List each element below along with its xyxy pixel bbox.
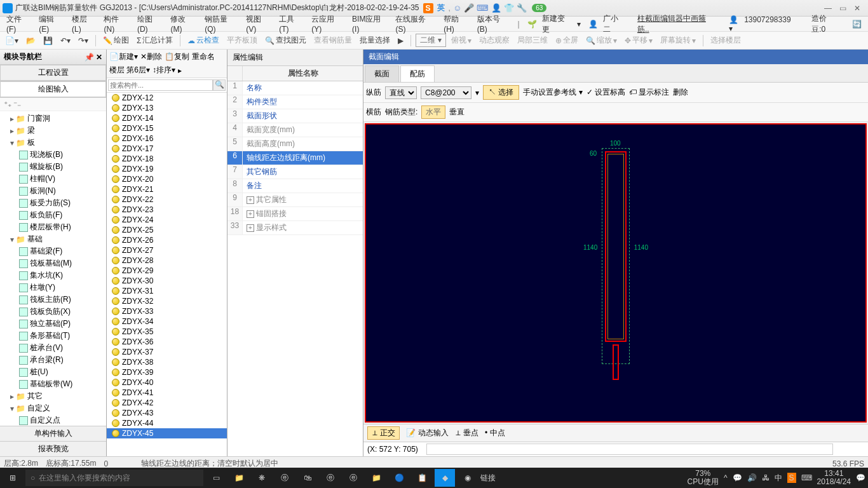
component-item[interactable]: ZDYX-41: [107, 388, 227, 398]
tree-item[interactable]: 板负筋(F): [1, 209, 105, 221]
line-type-select[interactable]: 直线: [385, 86, 417, 99]
more-icon[interactable]: ▸: [178, 66, 182, 75]
start-button[interactable]: ⊞: [3, 469, 23, 487]
tree-item[interactable]: ▾ 📁 自定义: [1, 402, 105, 414]
property-row[interactable]: 3截面形状: [227, 109, 363, 123]
select-floor-button[interactable]: 选择楼层: [708, 34, 743, 47]
menu-tool[interactable]: 工具(T): [275, 13, 308, 35]
component-item[interactable]: ZDYX-34: [107, 316, 227, 327]
pan-button[interactable]: ✥ 平移 ▾: [622, 34, 655, 47]
component-item[interactable]: ZDYX-24: [107, 215, 227, 225]
app-icon-6[interactable]: ◉: [458, 469, 478, 487]
tree-item[interactable]: 基础梁(F): [1, 245, 105, 257]
draw-button[interactable]: ✏️ 绘图: [100, 34, 132, 47]
component-item[interactable]: ZDYX-44: [107, 418, 227, 428]
tree-item[interactable]: 承台梁(R): [1, 354, 105, 366]
refresh-icon[interactable]: 🔄: [848, 18, 865, 30]
zoom-button[interactable]: 🔍 缩放 ▾: [583, 34, 620, 47]
tree-item[interactable]: 基础板带(W): [1, 378, 105, 390]
ie-icon[interactable]: ⓔ: [343, 469, 363, 487]
redo-icon[interactable]: ↷▾: [76, 35, 91, 46]
save-icon[interactable]: 💾: [41, 35, 55, 46]
component-item[interactable]: ZDYX-33: [107, 306, 227, 316]
tree-item[interactable]: 自定义点: [1, 414, 105, 426]
property-row[interactable]: 2构件类型: [227, 95, 363, 109]
tree-item[interactable]: 集水坑(K): [1, 269, 105, 281]
tab-rebar[interactable]: 配筋: [400, 65, 435, 82]
component-item[interactable]: ZDYX-35: [107, 327, 227, 337]
tray-vol-icon[interactable]: 🔊: [747, 473, 757, 482]
app-icon-3[interactable]: 🔵: [389, 469, 409, 487]
canvas[interactable]: 100 60 1140 1140: [365, 123, 867, 423]
tree-item[interactable]: 板受力筋(S): [1, 197, 105, 209]
tree-item[interactable]: 螺旋板(B): [1, 161, 105, 173]
cloud-check-button[interactable]: ☁ 云检查: [185, 34, 222, 47]
property-row[interactable]: 9+其它属性: [227, 193, 363, 207]
copy-button[interactable]: 📋复制: [165, 51, 189, 62]
tree-item[interactable]: 筏板基础(M): [1, 257, 105, 269]
perp-button[interactable]: ⊥ 垂点: [455, 428, 478, 438]
new-button[interactable]: 📄新建▾: [109, 51, 138, 62]
menu-component[interactable]: 构件(N): [100, 13, 133, 35]
menu-edit[interactable]: 编辑(E): [35, 13, 68, 35]
app-icon-5[interactable]: ◆: [435, 469, 455, 487]
component-item[interactable]: ZDYX-42: [107, 398, 227, 408]
component-item[interactable]: ZDYX-30: [107, 276, 227, 286]
app-icon-4[interactable]: 📋: [412, 469, 432, 487]
tray-kb-icon[interactable]: ⌨: [801, 473, 812, 482]
property-row[interactable]: 1名称: [227, 81, 363, 95]
component-item[interactable]: ZDYX-19: [107, 164, 227, 174]
link-label[interactable]: 链接: [480, 473, 496, 484]
component-item[interactable]: ZDYX-22: [107, 194, 227, 205]
component-item[interactable]: ZDYX-28: [107, 255, 227, 266]
floor-selector[interactable]: 楼层 第6层▾: [109, 65, 150, 76]
component-item[interactable]: ZDYX-27: [107, 245, 227, 255]
mid-button[interactable]: • 中点: [485, 428, 505, 438]
nav-tree[interactable]: ▸ 📁 门窗洞▸ 📁 梁▾ 📁 板 现浇板(B) 螺旋板(B) 柱帽(V) 板洞…: [0, 111, 106, 426]
set-elevation-button[interactable]: ✓ 设置标高: [587, 87, 625, 98]
property-row[interactable]: 4截面宽度(mm): [227, 123, 363, 137]
taskbar-search[interactable]: ○ 在这里输入你要搜索的内容: [25, 470, 203, 486]
tray-lang[interactable]: 中: [775, 473, 782, 484]
ortho-button[interactable]: ⊥ 正交: [367, 426, 400, 440]
tree-item[interactable]: 独立基础(P): [1, 318, 105, 330]
new-icon[interactable]: 📄▾: [3, 35, 21, 46]
maximize-button[interactable]: ▭: [839, 4, 846, 13]
close-button[interactable]: ✕: [854, 4, 860, 13]
sum-button[interactable]: Σ 汇总计算: [134, 34, 175, 47]
show-label-button[interactable]: 🏷 显示标注: [629, 87, 669, 98]
menu-online[interactable]: 在线服务(S): [391, 13, 440, 35]
menu-help[interactable]: 帮助(H): [440, 13, 473, 35]
tree-item[interactable]: ▾ 📁 基础: [1, 233, 105, 245]
select-button[interactable]: ↖ 选择: [483, 85, 519, 100]
notifications-icon[interactable]: 💬: [856, 473, 865, 482]
single-input-tab[interactable]: 单构件输入: [0, 426, 106, 441]
component-item[interactable]: ZDYX-21: [107, 184, 227, 194]
tray-msg-icon[interactable]: 💬: [733, 473, 742, 482]
component-item[interactable]: ZDYX-37: [107, 347, 227, 357]
tray-net-icon[interactable]: 🖧: [762, 473, 770, 482]
open-icon[interactable]: 📂: [24, 35, 38, 46]
rotate-button[interactable]: 屏幕旋转 ▾: [658, 34, 698, 47]
menu-modify[interactable]: 修改(M): [166, 13, 201, 35]
coord-input[interactable]: [426, 444, 833, 455]
component-item[interactable]: ZDYX-25: [107, 225, 227, 235]
menu-bim[interactable]: BIM应用(I): [348, 13, 391, 35]
tree-item[interactable]: 柱墩(Y): [1, 281, 105, 294]
component-item[interactable]: ZDYX-29: [107, 266, 227, 276]
tree-item[interactable]: 筏板主筋(R): [1, 294, 105, 306]
tray-up-icon[interactable]: ^: [724, 473, 728, 482]
minimize-button[interactable]: —: [824, 4, 832, 13]
property-row[interactable]: 18+锚固搭接: [227, 207, 363, 221]
component-item[interactable]: ZDYX-39: [107, 367, 227, 377]
menu-file[interactable]: 文件(F): [3, 13, 35, 35]
component-item[interactable]: ZDYX-12: [107, 93, 227, 103]
property-row[interactable]: 5截面高度(mm): [227, 137, 363, 151]
tree-item[interactable]: 桩(U): [1, 366, 105, 378]
store-icon[interactable]: 🛍: [297, 469, 318, 487]
tree-item[interactable]: ▸ 📁 门窗洞: [1, 112, 105, 125]
component-item[interactable]: ZDYX-16: [107, 133, 227, 144]
tree-item[interactable]: 楼层板带(H): [1, 221, 105, 233]
component-item[interactable]: ZDYX-15: [107, 123, 227, 133]
pin-icon[interactable]: 📌 ✕: [85, 53, 102, 62]
